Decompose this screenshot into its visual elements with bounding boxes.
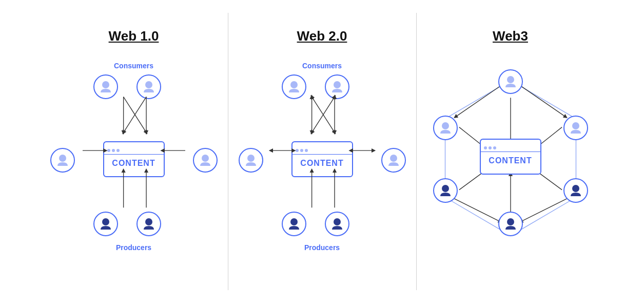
svg-line-35 — [521, 86, 565, 117]
svg-point-0 — [102, 81, 109, 88]
web1-consumer-right — [136, 74, 161, 99]
web1-producer-left — [93, 212, 118, 236]
web1-producers-label: Producers — [116, 243, 151, 252]
svg-point-40 — [442, 122, 449, 129]
web2-section: Web 2.0 Consumers CONTENT — [228, 13, 417, 290]
web3-content-label: CONTENT — [483, 152, 537, 169]
svg-line-36 — [455, 86, 500, 117]
web2-side-left — [239, 148, 263, 173]
svg-point-3 — [202, 155, 209, 162]
svg-point-1 — [145, 81, 152, 88]
svg-point-4 — [102, 218, 109, 225]
svg-point-39 — [507, 76, 514, 83]
svg-point-41 — [572, 122, 579, 129]
svg-point-18 — [290, 218, 298, 225]
diagram-container: Web 1.0 Consumers CONTENT — [40, 13, 604, 290]
web1-section: Web 1.0 Consumers CONTENT — [40, 13, 228, 290]
web2-producer-left — [282, 212, 306, 236]
web2-side-right — [381, 148, 406, 173]
web1-side-right — [193, 148, 218, 173]
svg-line-20 — [311, 97, 334, 132]
web3-bottom — [498, 212, 523, 236]
web1-consumers-label: Consumers — [114, 62, 153, 70]
svg-point-43 — [572, 185, 579, 192]
web2-producers-label: Producers — [304, 243, 340, 252]
web3-top-left — [433, 116, 458, 140]
web2-consumers-label: Consumers — [302, 62, 342, 70]
web2-content-label: CONTENT — [295, 155, 348, 172]
web3-section: Web3 — [417, 13, 604, 290]
svg-point-5 — [145, 218, 152, 225]
web3-top — [498, 69, 523, 94]
svg-line-37 — [453, 198, 500, 222]
svg-line-9 — [123, 97, 146, 132]
web3-content-box: CONTENT — [480, 139, 541, 175]
svg-point-15 — [334, 81, 341, 88]
web2-title: Web 2.0 — [233, 28, 411, 44]
web2-consumer-right — [325, 74, 349, 99]
web1-producer-right — [136, 212, 161, 236]
web1-content-box: CONTENT — [103, 141, 165, 177]
web1-title: Web 1.0 — [45, 28, 223, 44]
svg-point-17 — [390, 155, 397, 162]
web1-content-label: CONTENT — [107, 155, 160, 172]
web1-side-left — [50, 148, 75, 173]
svg-point-44 — [507, 218, 514, 225]
svg-line-21 — [311, 97, 334, 132]
web1-consumer-left — [93, 74, 118, 99]
svg-point-14 — [290, 81, 298, 88]
svg-point-2 — [59, 155, 66, 162]
web2-consumer-left — [282, 74, 306, 99]
web2-producer-right — [325, 212, 349, 236]
web2-content-box: CONTENT — [291, 141, 353, 177]
svg-line-38 — [521, 198, 568, 222]
web3-bot-left — [433, 178, 458, 203]
web3-top-right — [563, 116, 588, 140]
web3-bot-right — [563, 178, 588, 203]
svg-point-16 — [247, 155, 255, 162]
svg-line-8 — [123, 97, 146, 132]
svg-point-19 — [334, 218, 341, 225]
svg-point-42 — [442, 185, 449, 192]
web3-title: Web3 — [422, 28, 599, 44]
